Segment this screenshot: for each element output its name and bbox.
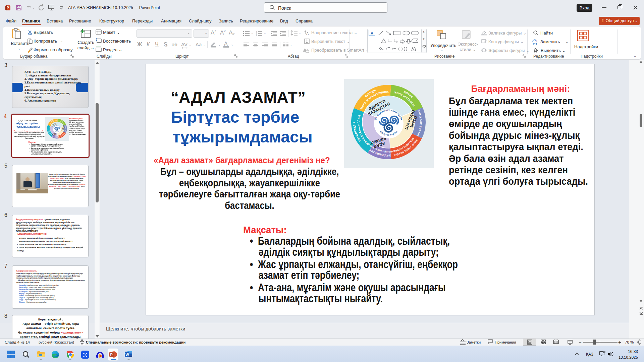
svg-text:3: 3 — [256, 35, 257, 37]
svg-text:P: P — [110, 353, 113, 357]
svg-text:A: A — [306, 32, 309, 36]
svg-text:W: W — [125, 353, 129, 357]
svg-text:c: c — [536, 42, 537, 45]
